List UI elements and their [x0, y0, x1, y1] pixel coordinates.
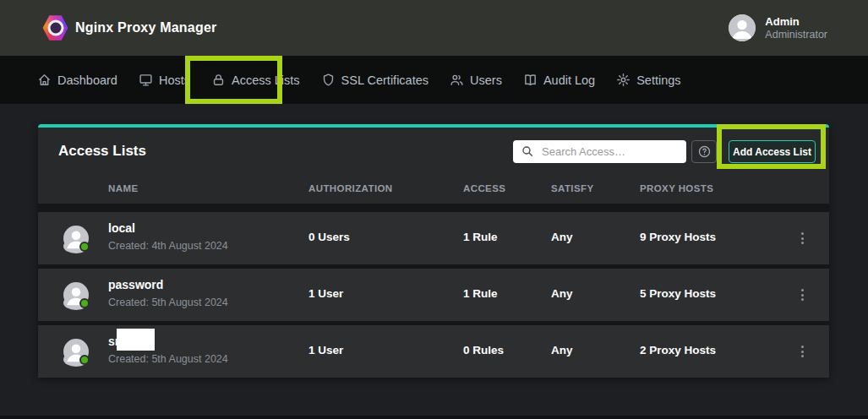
- book-icon: [523, 73, 538, 87]
- nav-label: Users: [470, 73, 502, 87]
- status-online-dot: [79, 242, 90, 252]
- nav-tab-dashboard[interactable]: Dashboard: [37, 73, 117, 87]
- cell-authorization: 1 User: [308, 344, 343, 356]
- cell-proxy-hosts: 9 Proxy Hosts: [640, 231, 716, 243]
- monitor-icon: [139, 73, 153, 87]
- cell-proxy-hosts: 5 Proxy Hosts: [640, 287, 716, 300]
- access-list-name: password: [108, 278, 163, 291]
- nav-label: Dashboard: [57, 73, 117, 87]
- home-icon: [37, 73, 52, 87]
- app-logo-icon: [42, 14, 68, 41]
- nav-label: Audit Log: [543, 73, 595, 87]
- table-header: NAME AUTHORIZATION ACCESS SATISFY PROXY …: [38, 183, 829, 204]
- status-online-dot: [79, 355, 90, 365]
- nav-tab-users[interactable]: Users: [450, 73, 502, 87]
- table-row-local[interactable]: local Created: 4th August 2024 0 Users 1…: [38, 212, 829, 264]
- table-row-sn[interactable]: sn Created: 5th August 2024 1 User 0 Rul…: [38, 325, 829, 378]
- access-list-created: Created: 5th August 2024: [108, 297, 228, 308]
- avatar: [63, 226, 89, 251]
- cell-access: 1 Rule: [463, 231, 498, 243]
- table-row-password[interactable]: password Created: 5th August 2024 1 User…: [38, 269, 829, 321]
- nav-tab-hosts[interactable]: Hosts: [139, 73, 190, 87]
- row-menu-button[interactable]: [793, 340, 811, 363]
- topbar: Nginx Proxy Manager Admin Administrator: [0, 0, 868, 56]
- row-menu-button[interactable]: [793, 226, 811, 250]
- app-title: Nginx Proxy Manager: [75, 20, 216, 35]
- cell-satisfy: Any: [551, 231, 573, 243]
- user-name: Admin: [765, 15, 827, 29]
- row-menu-button[interactable]: [793, 283, 811, 307]
- cell-authorization: 1 User: [308, 287, 343, 300]
- panel-title: Access Lists: [58, 143, 146, 160]
- nav-label: Settings: [636, 73, 680, 87]
- lock-icon: [211, 73, 226, 87]
- nav-label: Hosts: [159, 73, 190, 87]
- search-icon: [521, 144, 534, 158]
- bottom-edge-strip: [0, 416, 868, 419]
- gear-icon: [616, 73, 631, 87]
- column-header-access: ACCESS: [463, 183, 505, 193]
- cell-access: 0 Rules: [463, 344, 504, 356]
- search-box: [513, 140, 686, 163]
- cell-satisfy: Any: [551, 344, 573, 356]
- column-header-proxy-hosts: PROXY HOSTS: [640, 183, 713, 193]
- main-nav: Dashboard Hosts Access Lists SSL Certifi…: [0, 56, 868, 104]
- nav-tab-ssl-certificates[interactable]: SSL Certificates: [321, 73, 429, 87]
- cell-proxy-hosts: 2 Proxy Hosts: [640, 344, 716, 356]
- avatar: [63, 339, 89, 364]
- access-lists-panel: Access Lists Add Access List NAME AUTHOR…: [38, 124, 829, 377]
- search-input[interactable]: [513, 140, 686, 163]
- user-menu[interactable]: Admin Administrator: [729, 14, 827, 41]
- users-icon: [450, 73, 464, 87]
- add-access-list-button[interactable]: Add Access List: [729, 140, 816, 163]
- avatar: [63, 282, 89, 307]
- access-list-created: Created: 5th August 2024: [108, 353, 228, 365]
- access-list-name: local: [108, 221, 135, 235]
- question-circle-icon: [697, 144, 712, 159]
- shield-icon: [321, 73, 336, 87]
- column-header-satisfy: SATISFY: [551, 183, 594, 193]
- cell-satisfy: Any: [551, 287, 573, 300]
- nav-label: SSL Certificates: [341, 73, 429, 87]
- cell-access: 1 Rule: [463, 287, 498, 300]
- help-button[interactable]: [691, 140, 717, 163]
- access-list-created: Created: 4th August 2024: [108, 240, 228, 252]
- user-avatar: [729, 14, 756, 41]
- nav-label: Access Lists: [232, 73, 300, 87]
- column-header-authorization: AUTHORIZATION: [308, 183, 393, 193]
- nav-tab-audit-log[interactable]: Audit Log: [523, 73, 595, 87]
- redaction-box: [117, 329, 155, 351]
- status-online-dot: [79, 298, 90, 308]
- nginx-proxy-manager-app: Nginx Proxy Manager Admin Administrator …: [0, 0, 868, 419]
- column-header-name: NAME: [108, 183, 138, 193]
- nav-tab-access-lists[interactable]: Access Lists: [211, 73, 300, 87]
- cell-authorization: 0 Users: [308, 231, 350, 243]
- user-role: Administrator: [765, 29, 827, 41]
- nav-tab-settings[interactable]: Settings: [616, 73, 680, 87]
